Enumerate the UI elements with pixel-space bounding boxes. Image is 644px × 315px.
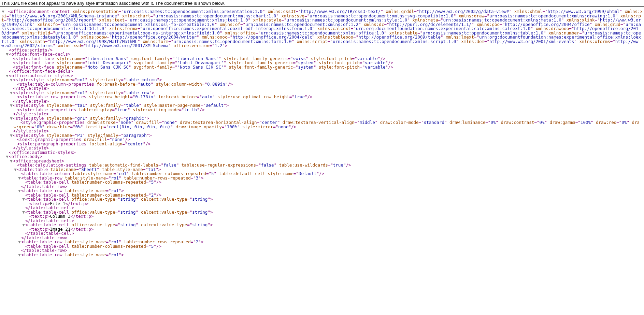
- collapse-toggle-icon[interactable]: ▼: [18, 176, 21, 181]
- xml-node-row: ▼<table:table-cell office:value-type="st…: [1, 223, 643, 227]
- collapse-toggle-icon[interactable]: ▼: [18, 253, 21, 257]
- xml-node-row: ▼<office:body>: [1, 155, 643, 159]
- root-open-row: ▼<office:document-content xmlns:presenta…: [1, 10, 643, 48]
- xml-node-row: ▼<table:table-row table:style-name="ro1"…: [1, 253, 643, 257]
- xml-node-row: ▼<style:font-face style:name="Noto Sans …: [1, 65, 643, 70]
- collapse-toggle-icon[interactable]: ▼: [10, 103, 13, 108]
- xml-node-row: ▼<style:table-properties table:display="…: [1, 108, 643, 112]
- xml-node-row: ▼<table:table-cell table:number-columns-…: [1, 180, 643, 185]
- xml-node-row: ▼<text:p>File 1</text:p>: [1, 202, 643, 206]
- xml-node-row: ▼<style:table-row-properties style:row-h…: [1, 95, 643, 99]
- xml-node-row: ▼<office:scripts/>: [1, 48, 643, 53]
- collapse-toggle-icon[interactable]: ▼: [14, 168, 17, 172]
- collapse-toggle-icon[interactable]: ▼: [22, 210, 25, 215]
- xml-notice-text: This XML file does not appear to have an…: [1, 1, 225, 6]
- xml-node-row: ▼</office:font-face-decls>: [1, 69, 643, 74]
- xml-notice-header: This XML file does not appear to have an…: [0, 0, 644, 7]
- xml-node-row: ▼<text:p>Column 3</text:p>: [1, 214, 643, 219]
- collapse-toggle-icon[interactable]: ▼: [18, 240, 21, 244]
- collapse-toggle-icon[interactable]: ▼: [10, 133, 13, 138]
- collapse-toggle-icon[interactable]: ▼: [5, 52, 9, 57]
- xml-node-row: ▼</office:automatic-styles>: [1, 151, 643, 155]
- collapse-toggle-icon[interactable]: ▼: [5, 155, 9, 159]
- collapse-toggle-icon[interactable]: ▼: [22, 223, 25, 227]
- collapse-toggle-icon[interactable]: ▼: [10, 78, 13, 82]
- xml-node-row: ▼<table:table-cell office:value-type="st…: [1, 210, 643, 215]
- xml-node-row: ▼<table:table-cell table:number-columns-…: [1, 244, 643, 249]
- collapse-toggle-icon[interactable]: ▼: [22, 197, 25, 202]
- xml-node-row: ▼<table:table-cell office:value-type="st…: [1, 197, 643, 202]
- collapse-toggle-icon[interactable]: ▼: [18, 189, 21, 193]
- collapse-toggle-icon[interactable]: ▼: [10, 116, 13, 121]
- collapse-toggle-icon[interactable]: ▼: [5, 74, 9, 78]
- xml-node-row: ▼</table:table-cell>: [1, 231, 643, 236]
- collapse-toggle-icon[interactable]: ▼: [10, 91, 13, 95]
- xml-node-row: ▼<style:paragraph-properties fo:text-ali…: [1, 142, 643, 146]
- xml-node-row: ▼<style:graphic-properties draw:stroke="…: [1, 120, 643, 129]
- xml-node-row: ▼<style:table-column-properties fo:break…: [1, 82, 643, 87]
- xml-node-row: ▼</style:style>: [1, 146, 643, 151]
- xml-tree: ▼<office:document-content xmlns:presenta…: [0, 10, 644, 257]
- collapse-toggle-icon[interactable]: ▼: [10, 159, 13, 163]
- xml-node-row: ▼<text:p>Image 21</text:p>: [1, 227, 643, 232]
